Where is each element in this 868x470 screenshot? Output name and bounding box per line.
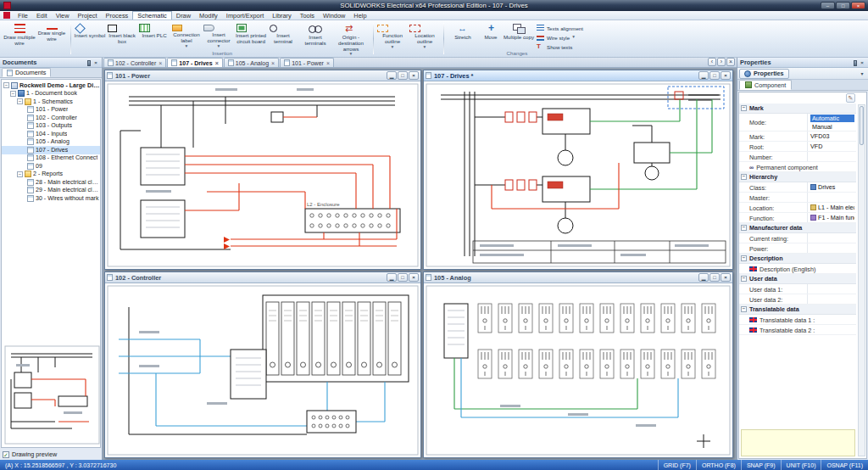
- panel-close-icon[interactable]: ×: [92, 59, 99, 66]
- edit-icon[interactable]: ✎: [846, 93, 855, 103]
- expander-icon[interactable]: −: [17, 171, 23, 177]
- tree-item-108[interactable]: 108 - Ethernet Connect: [2, 154, 100, 163]
- tab-scroll-right-icon[interactable]: ›: [717, 58, 726, 66]
- menu-edit[interactable]: Edit: [32, 11, 52, 20]
- osnap-toggle[interactable]: OSNAP (F11): [821, 460, 868, 470]
- draw-multiple-wire-button[interactable]: Draw multiple wire: [3, 22, 36, 47]
- panel-close-icon[interactable]: ×: [859, 59, 865, 66]
- tree-item-schematics[interactable]: −1 - Schematics: [2, 98, 100, 106]
- insert-pcb-button[interactable]: Insert printed circuit board: [235, 22, 267, 45]
- insert-terminal-button[interactable]: Insert terminal: [267, 22, 299, 45]
- section-mark[interactable]: − Mark: [739, 104, 856, 114]
- documents-panel-header[interactable]: Documents ×: [0, 58, 102, 68]
- property-row-permanent[interactable]: ∞ Permanent component: [739, 162, 856, 172]
- tree-item-project[interactable]: −Rockwell Demo - Large Discrete: [2, 81, 100, 90]
- schematic-canvas-105[interactable]: [424, 283, 732, 457]
- window-restore-button[interactable]: □: [709, 71, 720, 80]
- minimize-button[interactable]: –: [821, 2, 835, 9]
- insert-plc-button[interactable]: Insert PLC: [138, 22, 170, 39]
- snap-toggle[interactable]: SNAP (F9): [741, 460, 781, 470]
- pin-icon[interactable]: [87, 60, 91, 66]
- window-close-button[interactable]: ×: [409, 71, 419, 80]
- master-value-field[interactable]: [807, 193, 856, 202]
- menu-help[interactable]: Help: [349, 11, 370, 20]
- panel-menu-icon[interactable]: ▾: [858, 70, 866, 76]
- section-translatable-data[interactable]: − Translatable data: [739, 305, 856, 315]
- menu-view[interactable]: View: [52, 11, 74, 20]
- mode-manual-option[interactable]: Manual: [810, 123, 854, 131]
- menu-import-export[interactable]: Import/Export: [222, 11, 268, 20]
- title-bar[interactable]: SOLIDWORKS Electrical x64 Professional E…: [0, 0, 868, 11]
- collapse-icon[interactable]: −: [741, 306, 747, 312]
- window-titlebar[interactable]: 102 - Controller ▁ □ ×: [105, 272, 420, 283]
- collapse-icon[interactable]: −: [741, 174, 747, 180]
- menu-library[interactable]: Library: [268, 11, 296, 20]
- window-titlebar[interactable]: 101 - Power ▁ □ ×: [105, 70, 420, 81]
- section-manufacturer-data[interactable]: − Manufacturer data: [739, 223, 856, 233]
- section-user-data[interactable]: − User data: [739, 274, 856, 284]
- tab-documents[interactable]: Documents: [2, 68, 51, 77]
- location-value-field[interactable]: L1 - Main electrical closet: [810, 204, 854, 211]
- tree-item-101[interactable]: 101 - Power: [2, 106, 100, 115]
- draw-single-wire-button[interactable]: Draw single wire: [36, 22, 68, 42]
- insert-black-box-button[interactable]: Insert black box: [106, 22, 138, 45]
- properties-scrollbar[interactable]: [858, 104, 865, 456]
- insert-terminals-button[interactable]: Insert terminals: [299, 22, 331, 47]
- menu-schematic[interactable]: Schematic: [132, 11, 172, 20]
- window-minimize-button[interactable]: ▁: [698, 273, 709, 282]
- tab-102-controller[interactable]: 102 - Controller ×: [103, 58, 166, 67]
- tab-105-analog[interactable]: 105 - Analog ×: [224, 58, 279, 67]
- tree-item-105[interactable]: 105 - Analog: [2, 138, 100, 147]
- scrollbar-thumb[interactable]: [860, 106, 864, 145]
- tree-item-103[interactable]: 103 - Outputs: [2, 122, 100, 131]
- menu-project[interactable]: Project: [74, 11, 102, 20]
- ortho-toggle[interactable]: ORTHO (F8): [696, 460, 741, 470]
- pin-icon[interactable]: [854, 60, 857, 66]
- expander-icon[interactable]: −: [17, 98, 23, 104]
- maximize-button[interactable]: □: [836, 2, 850, 9]
- insert-symbol-button[interactable]: Insert symbol: [74, 22, 106, 39]
- grid-toggle[interactable]: GRID (F7): [658, 460, 696, 470]
- function-outline-button[interactable]: Function outline ▾: [376, 22, 409, 49]
- properties-panel-header[interactable]: Properties ×: [737, 58, 868, 68]
- menu-modify[interactable]: Modify: [195, 11, 222, 20]
- menu-file[interactable]: File: [14, 11, 32, 20]
- wire-style-button[interactable]: Wire style ▾: [535, 33, 587, 42]
- window-close-button[interactable]: ×: [721, 71, 731, 80]
- collapse-icon[interactable]: −: [741, 225, 747, 231]
- collapse-icon[interactable]: −: [741, 255, 747, 261]
- mark-value-field[interactable]: VFD03: [807, 131, 856, 141]
- menu-process[interactable]: Process: [102, 11, 133, 20]
- tab-close-icon[interactable]: ×: [158, 60, 162, 66]
- user-data-1-field[interactable]: [807, 284, 856, 294]
- expander-icon[interactable]: −: [10, 91, 16, 97]
- number-value-field[interactable]: [807, 152, 856, 161]
- function-value-field[interactable]: F1 - Main function: [810, 214, 854, 221]
- tab-101-power[interactable]: 101 - Power ×: [280, 58, 334, 67]
- tree-item-09[interactable]: 09: [2, 162, 100, 171]
- tab-scroll-left-icon[interactable]: ‹: [708, 58, 716, 66]
- menu-draw[interactable]: Draw: [172, 11, 195, 20]
- tree-item-28[interactable]: 28 - Main electrical closet: [2, 178, 100, 187]
- tree-item-102[interactable]: 102 - Controller: [2, 114, 100, 122]
- tab-list-close-icon[interactable]: ×: [726, 58, 735, 66]
- tab-close-icon[interactable]: ×: [214, 60, 219, 66]
- tree-item-29[interactable]: 29 - Main electrical closet: [2, 187, 100, 195]
- connection-label-button[interactable]: Connection label ▾: [170, 22, 203, 48]
- tree-item-30[interactable]: 30 - Wires without mark: [2, 194, 100, 203]
- tab-component[interactable]: Component: [739, 80, 792, 90]
- schematic-canvas-107[interactable]: [424, 81, 732, 269]
- window-restore-button[interactable]: □: [709, 273, 720, 282]
- tree-item-book[interactable]: −1 - Document book: [2, 90, 100, 98]
- schematic-canvas-102[interactable]: [105, 283, 420, 457]
- window-minimize-button[interactable]: ▁: [387, 71, 397, 80]
- move-button[interactable]: Move: [479, 22, 503, 41]
- window-close-button[interactable]: ×: [409, 273, 419, 282]
- window-titlebar[interactable]: 105 - Analog ▁ □ ×: [424, 272, 732, 283]
- tree-item-104[interactable]: 104 - Inputs: [2, 130, 100, 138]
- unit-toggle[interactable]: UNIT (F10): [781, 460, 821, 470]
- current-rating-value-field[interactable]: [807, 233, 856, 243]
- collapse-icon[interactable]: −: [741, 276, 747, 282]
- window-minimize-button[interactable]: ▁: [698, 71, 709, 80]
- mode-automatic-option[interactable]: Automatic: [810, 115, 854, 122]
